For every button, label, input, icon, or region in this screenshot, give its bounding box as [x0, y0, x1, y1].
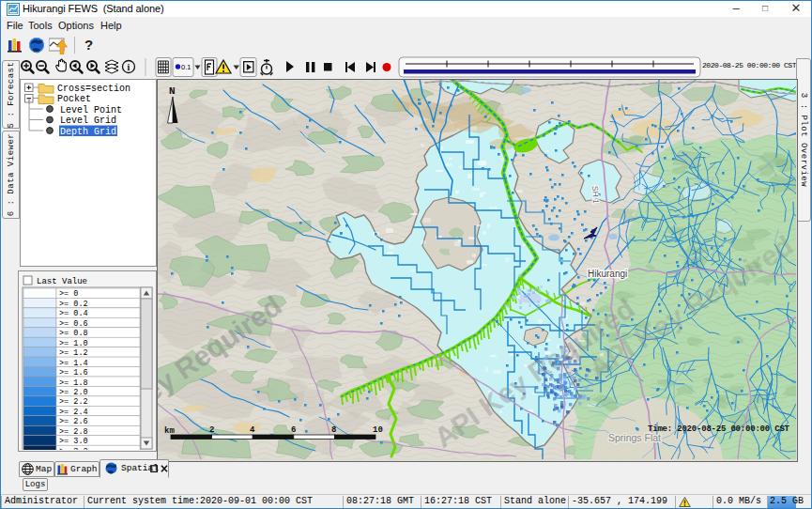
svg-text:Level Point: Level Point — [60, 105, 122, 116]
svg-text:>= 0.8: >= 0.8 — [59, 329, 88, 338]
svg-text:2: 2 — [209, 425, 214, 435]
svg-text:SH 1: SH 1 — [590, 186, 601, 205]
svg-text:Depth Grid: Depth Grid — [60, 127, 116, 137]
svg-text:N: N — [169, 85, 176, 97]
svg-text:Time: 2020-08-25 00:00:00 CST: Time: 2020-08-25 00:00:00 CST — [648, 424, 790, 434]
svg-text:10: 10 — [373, 425, 383, 435]
svg-text:>= 0.6: >= 0.6 — [59, 319, 88, 329]
svg-text:0.1: 0.1 — [181, 63, 191, 71]
svg-text:i: i — [128, 62, 130, 72]
svg-text:6: 6 — [291, 425, 296, 435]
svg-text:>= 3.2: >= 3.2 — [59, 447, 88, 450]
svg-text:>= 2.4: >= 2.4 — [59, 408, 88, 417]
svg-text:>= 1.0: >= 1.0 — [59, 339, 88, 348]
svg-text:>= 3.0: >= 3.0 — [59, 437, 88, 446]
svg-text:8: 8 — [331, 425, 336, 435]
svg-text:>= 1.6: >= 1.6 — [59, 368, 88, 378]
svg-text:4: 4 — [250, 425, 255, 435]
svg-text:>= 0.2: >= 0.2 — [59, 300, 88, 309]
svg-text:>= 2.8: >= 2.8 — [59, 427, 88, 437]
svg-text:>= 2.2: >= 2.2 — [59, 397, 88, 407]
svg-text:Cross=section: Cross=section — [57, 84, 130, 94]
svg-text:>= 1.2: >= 1.2 — [59, 348, 88, 358]
svg-text:km: km — [164, 426, 175, 436]
svg-text:Last Value: Last Value — [37, 277, 87, 286]
svg-text:Level Grid: Level Grid — [60, 116, 116, 126]
svg-text:Pocket: Pocket — [57, 94, 91, 104]
svg-text:Springs Flat: Springs Flat — [608, 432, 661, 443]
svg-text:Hikurangi: Hikurangi — [588, 269, 627, 279]
svg-text:>= 0.4: >= 0.4 — [59, 309, 88, 318]
svg-text:>= 1.4: >= 1.4 — [59, 359, 88, 368]
svg-text:>= 2.0: >= 2.0 — [59, 388, 88, 397]
svg-text:>= 1.8: >= 1.8 — [59, 378, 88, 388]
svg-text:>= 2.6: >= 2.6 — [59, 417, 88, 426]
svg-text:>= 0: >= 0 — [59, 289, 78, 299]
